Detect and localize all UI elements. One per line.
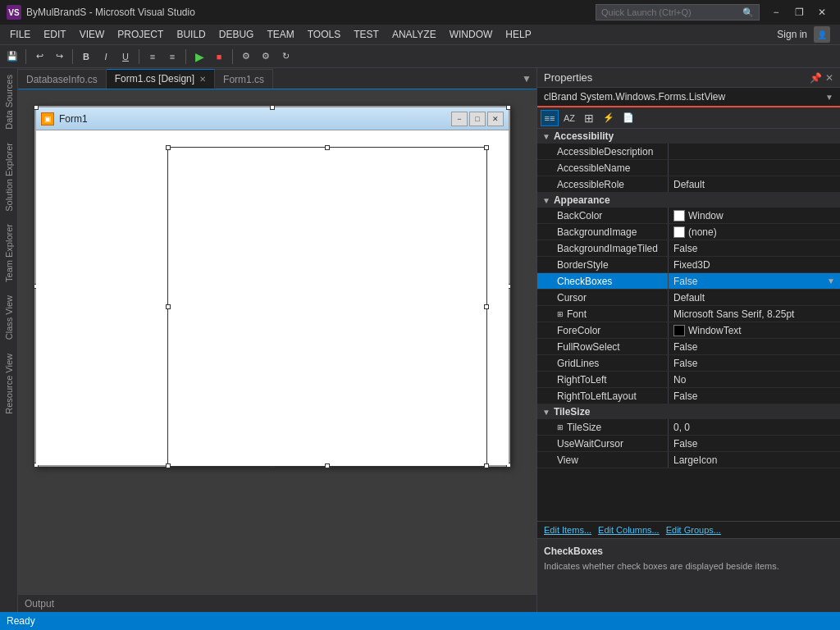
tb-align-left[interactable]: ≡ (144, 48, 162, 66)
tb-undo[interactable]: ↩ (30, 48, 48, 66)
prop-value[interactable]: No (669, 372, 840, 387)
menu-project[interactable]: PROJECT (111, 25, 170, 44)
prop-row-font: ⊞Font Microsoft Sans Serif, 8.25pt (537, 306, 840, 322)
menu-window[interactable]: WINDOW (443, 25, 500, 44)
prop-value[interactable]: False (669, 388, 840, 404)
prop-row-gridlines: GridLines False (537, 355, 840, 372)
prop-value[interactable]: WindowText (669, 322, 840, 338)
prop-value[interactable] (669, 144, 840, 159)
minimize-button[interactable]: − (765, 0, 788, 25)
tb-underline[interactable]: U (116, 48, 135, 66)
menu-analyze[interactable]: ANALYZE (386, 25, 443, 44)
prop-row-tilesize: ⊞TileSize 0, 0 (537, 419, 840, 436)
props-object-selector[interactable]: clBrand System.Windows.Forms.ListView ▼ (537, 88, 840, 107)
edit-groups-link[interactable]: Edit Groups... (666, 525, 721, 535)
prop-group-tilesize[interactable]: ▼ TileSize (537, 404, 840, 419)
menu-tools[interactable]: TOOLS (301, 25, 347, 44)
prop-value[interactable]: Microsoft Sans Serif, 8.25pt (669, 306, 840, 322)
props-tb-properties[interactable]: ⊞ (580, 110, 598, 126)
handle-tr (506, 105, 511, 110)
tb-redo[interactable]: ↪ (50, 48, 68, 66)
prop-value[interactable] (669, 160, 840, 176)
prop-name: CheckBoxes (537, 273, 669, 289)
form-close[interactable]: ✕ (487, 112, 504, 126)
search-icon: 🔍 (742, 7, 754, 18)
props-tb-events[interactable]: ⚡ (600, 110, 618, 126)
menu-edit[interactable]: EDIT (37, 25, 72, 44)
prop-value[interactable]: (none) (669, 224, 840, 240)
sidebar-tab-team[interactable]: Team Explorer (2, 217, 16, 289)
tb-save[interactable]: 💾 (3, 48, 21, 66)
form-maximize[interactable]: □ (469, 112, 486, 126)
prop-value[interactable]: False (669, 240, 840, 256)
props-object-name: clBrand System.Windows.Forms.ListView (544, 91, 725, 103)
props-tb-alphabetical[interactable]: AZ (560, 110, 578, 126)
menu-view[interactable]: VIEW (73, 25, 112, 44)
props-close-icon[interactable]: ✕ (825, 72, 833, 84)
props-help: CheckBoxes Indicates whether check boxes… (537, 538, 840, 612)
expand-icon: ▼ (542, 132, 550, 141)
quick-launch-search[interactable]: Quick Launch (Ctrl+Q) 🔍 (596, 4, 760, 21)
tab-databaseinfo[interactable]: DatabaseInfo.cs (18, 69, 107, 89)
menu-test[interactable]: TEST (347, 25, 386, 44)
prop-value[interactable]: Default (669, 176, 840, 192)
prop-value[interactable]: False (669, 436, 840, 451)
form-icon: ▣ (41, 112, 54, 126)
design-area[interactable]: ▣ Form1 − □ ✕ (18, 89, 536, 594)
prop-value[interactable]: Default (669, 290, 840, 305)
lv-handle-bl (166, 463, 171, 468)
tab-dropdown-arrow[interactable]: ▼ (517, 73, 536, 84)
props-tb-proppage[interactable]: 📄 (619, 110, 637, 126)
prop-row-cursor: Cursor Default (537, 290, 840, 306)
tb-stop[interactable]: ■ (210, 48, 228, 66)
prop-value[interactable]: False (669, 355, 840, 371)
tab-form1cs[interactable]: Form1.cs (215, 69, 273, 89)
listview-control[interactable] (167, 147, 487, 467)
sidebar-tab-solution[interactable]: Solution Explorer (2, 136, 16, 218)
prop-value[interactable]: Window (669, 208, 840, 223)
sidebar-tab-classview[interactable]: Class View (2, 289, 16, 346)
menu-help[interactable]: HELP (499, 25, 537, 44)
tb-build1[interactable]: ⚙ (237, 48, 255, 66)
dropdown-arrow-icon[interactable]: ▼ (827, 276, 835, 285)
tb-refresh[interactable]: ↻ (276, 48, 294, 66)
prop-name: Cursor (537, 290, 669, 305)
props-title: Properties 📌 ✕ (537, 68, 840, 88)
prop-row-checkboxes[interactable]: CheckBoxes False ▼ (537, 273, 840, 290)
close-button[interactable]: ✕ (810, 0, 833, 25)
prop-value[interactable]: False ▼ (669, 273, 840, 289)
tb-sep5 (232, 49, 233, 64)
prop-value[interactable]: LargeIcon (669, 452, 840, 468)
sidebar-tab-datasources[interactable]: Data Sources (2, 68, 16, 136)
prop-value[interactable]: Fixed3D (669, 257, 840, 272)
tb-italic[interactable]: I (97, 48, 115, 66)
prop-group-accessibility[interactable]: ▼ Accessibility (537, 129, 840, 144)
props-pin-icon[interactable]: 📌 (810, 72, 822, 84)
tab-form1-design[interactable]: Form1.cs [Design] ✕ (107, 69, 215, 89)
menu-debug[interactable]: DEBUG (212, 25, 261, 44)
tb-align-center[interactable]: ≡ (163, 48, 181, 66)
prop-group-appearance[interactable]: ▼ Appearance (537, 193, 840, 208)
lv-handle-mr (484, 304, 489, 309)
account-icon[interactable]: 👤 (814, 26, 830, 43)
prop-value[interactable]: False (669, 339, 840, 354)
restore-button[interactable]: ❐ (788, 0, 810, 25)
sidebar-tab-resource[interactable]: Resource View (2, 347, 16, 421)
tb-build2[interactable]: ⚙ (257, 48, 275, 66)
group-label: TileSize (554, 406, 590, 418)
prop-name: AccessibleDescription (537, 144, 669, 159)
tb-bold[interactable]: B (77, 48, 95, 66)
tab-close-icon[interactable]: ✕ (199, 75, 206, 84)
edit-items-link[interactable]: Edit Items... (544, 525, 591, 535)
signin-button[interactable]: Sign in (777, 29, 807, 40)
menu-team[interactable]: TEAM (260, 25, 300, 44)
edit-columns-link[interactable]: Edit Columns... (598, 525, 660, 535)
prop-value[interactable]: 0, 0 (669, 419, 840, 435)
prop-row-borderstyle: BorderStyle Fixed3D (537, 257, 840, 273)
menu-file[interactable]: FILE (3, 25, 37, 44)
toolbar: 💾 ↩ ↪ B I U ≡ ≡ ▶ ■ ⚙ ⚙ ↻ (0, 45, 840, 68)
tb-run[interactable]: ▶ (190, 48, 208, 66)
props-tb-categorized[interactable]: ≡≡ (541, 110, 559, 126)
menu-build[interactable]: BUILD (170, 25, 212, 44)
form-minimize[interactable]: − (451, 112, 468, 126)
